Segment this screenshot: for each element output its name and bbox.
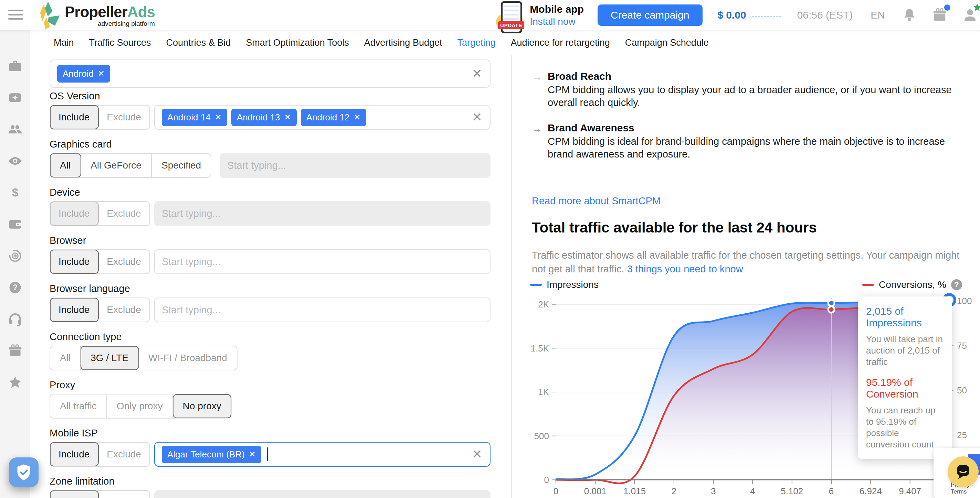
- legend-dash-icon: [862, 284, 874, 286]
- browser-option-exclude[interactable]: Exclude: [99, 250, 150, 273]
- tab-main[interactable]: Main: [54, 38, 74, 48]
- svg-text:1.015: 1.015: [624, 486, 646, 496]
- legend-dash-icon: [530, 284, 542, 286]
- tab-countries-bid[interactable]: Countries & Bid: [166, 38, 231, 48]
- browser-input[interactable]: Start typing...: [154, 249, 490, 274]
- os-version-option-exclude[interactable]: Exclude: [99, 106, 150, 129]
- tag-remove-icon[interactable]: ✕: [215, 113, 222, 122]
- graphics-card-toggle: AllAll GeForceSpecified: [49, 153, 212, 178]
- read-more-smartcpm-link[interactable]: Read more about SmartCPM: [532, 195, 660, 207]
- clear-input-icon[interactable]: ✕: [472, 448, 482, 460]
- conversions-help-icon[interactable]: ?: [951, 279, 962, 290]
- sidebar-dollar-icon[interactable]: $: [8, 185, 23, 200]
- tab-advertising-budget[interactable]: Advertising Budget: [364, 38, 442, 48]
- svg-text:25: 25: [957, 430, 967, 440]
- bullet-text: CPM bidding is ideal for brand-building …: [548, 135, 966, 160]
- section-connection-type: Connection typeAll3G / LTEWI-FI / Broadb…: [49, 328, 490, 377]
- connection-type-option-3g-lte[interactable]: 3G / LTE: [81, 346, 139, 370]
- svg-text:9.407: 9.407: [899, 486, 921, 496]
- tab-smart-optimization-tools[interactable]: Smart Optimization Tools: [246, 38, 349, 48]
- os-version-option-include[interactable]: Include: [50, 106, 99, 129]
- graphics-card-option-all[interactable]: All: [50, 154, 81, 177]
- clear-input-icon[interactable]: ✕: [472, 67, 482, 80]
- proxy-option-only-proxy[interactable]: Only proxy: [107, 395, 173, 418]
- language-selector[interactable]: EN: [870, 9, 885, 21]
- install-now-link[interactable]: Install now: [530, 16, 584, 27]
- sidebar-gift-icon[interactable]: [8, 343, 23, 358]
- connection-type-option-wi-fi-broadband[interactable]: WI-FI / Broadband: [139, 346, 237, 370]
- tab-targeting[interactable]: Targeting: [457, 38, 495, 48]
- sidebar-help-icon[interactable]: ?: [8, 280, 23, 295]
- tab-campaign-schedule[interactable]: Campaign Schedule: [625, 38, 709, 48]
- os-family-input[interactable]: Android✕✕: [49, 60, 490, 88]
- tooltip-conversion-text: You can reach up to 95.19% of possible c…: [866, 405, 944, 450]
- mobile-isp-option-exclude[interactable]: Exclude: [99, 442, 150, 466]
- os-version-input[interactable]: Android 14✕Android 13✕Android 12✕✕: [154, 105, 490, 130]
- arrow-icon: →: [532, 122, 548, 160]
- connection-type-option-all[interactable]: All: [50, 346, 81, 370]
- three-things-link[interactable]: 3 things you need to know: [627, 263, 743, 274]
- tab-traffic-sources[interactable]: Traffic Sources: [89, 38, 151, 48]
- privacy-shield-widget[interactable]: [9, 457, 38, 487]
- svg-text:0: 0: [554, 486, 558, 496]
- tooltip-impressions-text: You will take part in auction of 2,015 o…: [866, 334, 944, 368]
- legend-impressions: Impressions: [530, 279, 598, 290]
- mobile-isp-option-include[interactable]: Include: [50, 442, 99, 466]
- section-graphics-card: Graphics cardAllAll GeForceSpecifiedStar…: [49, 136, 490, 184]
- tag-chip: Android 12✕: [301, 109, 366, 126]
- chat-widget-button[interactable]: [948, 457, 978, 487]
- sidebar-users-icon[interactable]: [8, 122, 23, 137]
- info-panel: → Broad Reach CPM bidding allows you to …: [511, 55, 980, 498]
- zone-limitation-option-exclude[interactable]: Exclude: [99, 491, 150, 498]
- tag-remove-icon[interactable]: ✕: [98, 69, 105, 78]
- mobile-isp-label: Mobile ISP: [49, 425, 490, 439]
- tag-remove-icon[interactable]: ✕: [284, 113, 291, 122]
- svg-text:6: 6: [829, 486, 834, 496]
- sidebar-headset-icon[interactable]: [8, 312, 23, 327]
- account-avatar-icon[interactable]: [962, 7, 978, 23]
- input-placeholder: Start typing...: [162, 208, 221, 219]
- proxy-option-no-proxy[interactable]: No proxy: [173, 395, 231, 418]
- propellerads-logo[interactable]: PropellerAds advertising platform: [33, 1, 155, 30]
- sidebar-ad-badge-icon[interactable]: [8, 90, 23, 105]
- proxy-option-all-traffic[interactable]: All traffic: [50, 395, 107, 418]
- hamburger-menu-icon[interactable]: [8, 10, 24, 21]
- browser-option-include[interactable]: Include: [50, 250, 99, 273]
- tag-remove-icon[interactable]: ✕: [249, 449, 256, 459]
- graphics-card-option-all-geforce[interactable]: All GeForce: [81, 154, 152, 177]
- tab-audience-for-retargeting[interactable]: Audience for retargeting: [511, 38, 610, 48]
- graphics-card-option-specified[interactable]: Specified: [152, 154, 211, 177]
- input-placeholder: Start typing...: [162, 305, 221, 316]
- section-mobile-isp: Mobile ISPIncludeExcludeAlgar Telecom (B…: [49, 425, 490, 473]
- notification-dot: [944, 5, 950, 11]
- tag-chip: Android✕: [57, 65, 110, 82]
- clear-input-icon[interactable]: ✕: [472, 111, 482, 124]
- text-cursor: [267, 447, 268, 461]
- browser-language-input[interactable]: Start typing...: [154, 298, 490, 322]
- traffic-chart[interactable]: 00.0011.0152345.10266.9249.40710.0830500…: [530, 290, 978, 497]
- section-browser-language: Browser languageIncludeExcludeStart typi…: [49, 280, 490, 328]
- tag-remove-icon[interactable]: ✕: [353, 113, 360, 122]
- browser-language-option-include[interactable]: Include: [50, 298, 99, 322]
- browser-language-option-exclude[interactable]: Exclude: [99, 298, 150, 322]
- device-option-include: Include: [50, 202, 99, 225]
- zone-limitation-option-include[interactable]: Include: [50, 491, 99, 498]
- create-campaign-button[interactable]: Create campaign: [598, 5, 702, 26]
- notifications-bell-icon[interactable]: [902, 7, 917, 23]
- traffic-paragraph: Traffic estimator shows all available tr…: [532, 248, 969, 276]
- device-label: Device: [49, 184, 490, 198]
- mobile-app-thumbnail[interactable]: UPDATE: [497, 0, 523, 30]
- balance[interactable]: $ 0.00: [718, 9, 781, 21]
- sidebar-eye-icon[interactable]: [8, 153, 23, 168]
- svg-text:$: $: [12, 186, 18, 199]
- sidebar-star-icon[interactable]: [8, 375, 23, 390]
- sidebar-wallet-icon[interactable]: [8, 217, 23, 232]
- promotions-gift-icon[interactable]: [932, 7, 948, 23]
- svg-text:3: 3: [711, 486, 716, 496]
- mobile-isp-input[interactable]: Algar Telecom (BR)✕✕: [154, 442, 490, 467]
- section-browser: BrowserIncludeExcludeStart typing...: [49, 232, 490, 280]
- sidebar-retargeting-icon[interactable]: [8, 248, 23, 263]
- sidebar-briefcase-icon[interactable]: [8, 59, 23, 74]
- svg-text:2K: 2K: [538, 299, 549, 309]
- mobile-app-title: Mobile app: [530, 3, 584, 16]
